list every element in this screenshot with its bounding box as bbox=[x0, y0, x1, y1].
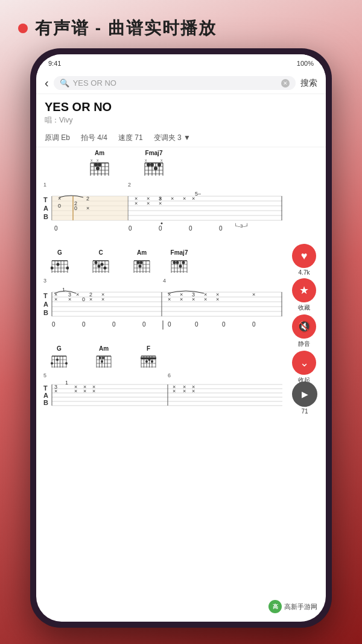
chord-row-2: G bbox=[51, 249, 321, 274]
svg-text:x: x bbox=[97, 158, 99, 162]
svg-point-96 bbox=[101, 263, 104, 266]
svg-text:×: × bbox=[68, 296, 71, 302]
chord-g3-diagram bbox=[51, 352, 68, 369]
svg-point-208 bbox=[148, 359, 151, 361]
play-control[interactable]: ▶ 71 bbox=[292, 381, 317, 415]
svg-text:T: T bbox=[43, 292, 48, 299]
svg-point-123 bbox=[179, 265, 182, 268]
chord-fmaj7-1: Fmaj7 x x bbox=[144, 150, 164, 177]
tab-staff-2: 3 4 T A B bbox=[41, 275, 294, 342]
notation-area: ♥ 4.7k ★ 收藏 🔇 静音 ⌄ 收起 bbox=[36, 147, 326, 415]
tab-row2: G bbox=[36, 248, 326, 344]
svg-text:0: 0 bbox=[252, 321, 256, 328]
search-button[interactable]: 搜索 bbox=[300, 78, 317, 89]
record-dot-icon bbox=[18, 24, 28, 33]
svg-text:4: 4 bbox=[163, 278, 166, 284]
svg-text:2: 2 bbox=[86, 196, 89, 202]
chord-g-diagram bbox=[51, 256, 69, 274]
song-artist: 唱：Vivy bbox=[45, 115, 317, 126]
chord-g3-label: G bbox=[57, 345, 62, 352]
svg-text:0: 0 bbox=[54, 225, 58, 232]
svg-text:×: × bbox=[147, 200, 150, 206]
watermark-text: 高新手游网 bbox=[284, 602, 317, 611]
chord-f-3: F bbox=[140, 345, 157, 369]
top-label-text: 有声谱 - 曲谱实时播放 bbox=[35, 17, 217, 40]
collapse-button[interactable]: ⌄ 收起 bbox=[291, 351, 317, 384]
svg-point-124 bbox=[182, 261, 185, 264]
svg-text:5–: 5– bbox=[195, 191, 201, 197]
svg-text:0: 0 bbox=[142, 321, 146, 328]
svg-text:0: 0 bbox=[74, 205, 77, 211]
svg-point-70 bbox=[161, 223, 163, 225]
back-button[interactable]: ‹ bbox=[45, 76, 49, 90]
svg-point-83 bbox=[66, 267, 69, 270]
svg-point-97 bbox=[104, 267, 107, 270]
svg-rect-206 bbox=[141, 357, 156, 359]
svg-text:×: × bbox=[171, 196, 174, 202]
like-button[interactable]: ♥ 4.7k bbox=[291, 244, 317, 276]
favorite-button[interactable]: ★ 收藏 bbox=[291, 278, 317, 312]
svg-text:x: x bbox=[160, 158, 163, 162]
search-input-wrap[interactable]: 🔍 YES OR NO ✕ bbox=[54, 76, 296, 90]
svg-text:x: x bbox=[91, 158, 93, 162]
svg-text:×: × bbox=[168, 296, 171, 302]
chord-c-label: C bbox=[98, 249, 103, 256]
svg-text:2: 2 bbox=[89, 292, 92, 298]
svg-point-109 bbox=[140, 261, 143, 264]
chord-am2-label: Am bbox=[137, 249, 147, 256]
svg-text:0: 0 bbox=[219, 225, 223, 232]
meta-time: 拍号 4/4 bbox=[81, 133, 107, 143]
mute-button[interactable]: 🔇 静音 bbox=[291, 314, 317, 348]
meta-key: 原调 Eb bbox=[45, 133, 70, 143]
svg-point-195 bbox=[101, 360, 103, 363]
svg-point-13 bbox=[98, 163, 101, 167]
svg-text:3: 3 bbox=[43, 278, 46, 284]
status-time: 9:41 bbox=[48, 60, 61, 67]
svg-text:0: 0 bbox=[195, 321, 198, 328]
svg-text:A: A bbox=[43, 301, 48, 308]
chord-am2-diagram bbox=[133, 256, 151, 274]
svg-text:1: 1 bbox=[65, 380, 68, 386]
svg-point-121 bbox=[173, 261, 176, 264]
svg-point-27 bbox=[147, 163, 150, 167]
svg-text:×: × bbox=[86, 205, 89, 211]
status-battery: 100% bbox=[297, 60, 314, 67]
star-icon[interactable]: ★ bbox=[292, 278, 316, 302]
chord-g-3: G bbox=[51, 345, 68, 369]
svg-text:1: 1 bbox=[62, 287, 65, 293]
chord-am3-diagram bbox=[95, 352, 112, 369]
svg-text:×: × bbox=[92, 388, 95, 394]
collapse-icon[interactable]: ⌄ bbox=[292, 351, 316, 375]
svg-point-108 bbox=[137, 261, 140, 264]
svg-point-29 bbox=[154, 167, 157, 170]
meta-capo[interactable]: 变调夹 3 ▼ bbox=[154, 133, 191, 143]
svg-point-182 bbox=[65, 362, 68, 365]
clear-icon[interactable]: ✕ bbox=[281, 79, 290, 88]
meta-tempo: 速度 71 bbox=[118, 133, 143, 143]
svg-point-181 bbox=[56, 359, 59, 361]
like-icon[interactable]: ♥ bbox=[292, 244, 316, 268]
svg-text:T: T bbox=[43, 384, 48, 392]
chord-fmaj7-2-label: Fmaj7 bbox=[171, 249, 188, 256]
play-speed: 71 bbox=[301, 408, 308, 415]
svg-text:1: 1 bbox=[43, 182, 46, 188]
mute-icon[interactable]: 🔇 bbox=[292, 314, 316, 339]
chord-c: C bbox=[92, 249, 110, 274]
svg-text:0: 0 bbox=[159, 225, 162, 232]
svg-point-94 bbox=[95, 261, 98, 264]
svg-point-110 bbox=[139, 265, 142, 268]
svg-text:6: 6 bbox=[168, 372, 171, 378]
play-button[interactable]: ▶ bbox=[292, 381, 317, 407]
phone-screen: 9:41 100% ‹ 🔍 YES OR NO ✕ 搜索 YES OR NO 唱… bbox=[36, 54, 326, 622]
tab-staff-1: 1 2 T A B bbox=[41, 179, 294, 246]
svg-text:A: A bbox=[43, 205, 48, 212]
chord-row-3: G bbox=[51, 345, 321, 369]
search-icon: 🔍 bbox=[60, 78, 69, 88]
chord-am-diagram: x x bbox=[89, 156, 110, 177]
chord-fmaj7-2: Fmaj7 bbox=[170, 249, 188, 274]
search-input[interactable]: YES OR NO bbox=[73, 78, 278, 88]
svg-text:×: × bbox=[173, 388, 176, 394]
svg-text:×: × bbox=[252, 292, 255, 298]
watermark-logo: 高 bbox=[268, 600, 282, 613]
chord-row-1: Am x x bbox=[89, 150, 321, 177]
